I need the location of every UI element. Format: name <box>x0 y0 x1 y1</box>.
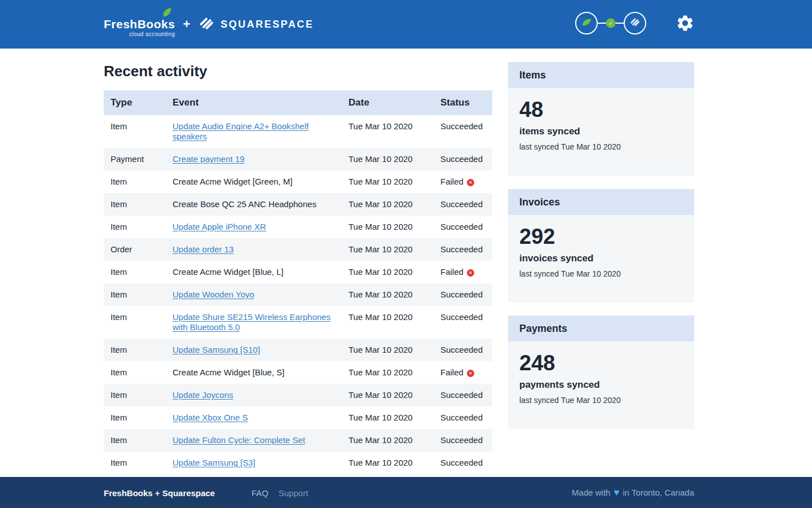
row-status-text: Succeeded <box>440 222 483 231</box>
row-date: Tue Mar 10 2020 <box>342 452 434 474</box>
table-header-row: Type Event Date Status <box>104 90 492 115</box>
row-event-link[interactable]: Update Samsung [S3] <box>166 452 342 474</box>
row-status: Succeeded <box>434 115 492 148</box>
sync-check-icon: ✓ <box>606 19 616 28</box>
row-status: Succeeded <box>434 406 492 429</box>
card-title: Invoices <box>508 189 694 215</box>
table-row: Item Create Acme Widget [Blue, L] Tue Ma… <box>104 261 492 283</box>
card-body: 48 items synced last synced Tue Mar 10 2… <box>508 88 694 176</box>
row-type: Item <box>104 283 166 306</box>
app-header: FreshBooks cloud accounting + SQUARESPAC… <box>0 0 812 49</box>
app-footer: FreshBooks + Squarespace FAQ Support Mad… <box>0 477 812 508</box>
row-date: Tue Mar 10 2020 <box>342 148 434 170</box>
activity-table-body: Item Update Audio Engine A2+ Bookshelf s… <box>104 115 492 474</box>
row-event-link[interactable]: Update Apple iPhone XR <box>166 216 342 238</box>
row-date: Tue Mar 10 2020 <box>342 238 434 261</box>
column-header-type: Type <box>104 90 166 115</box>
row-status-text: Failed <box>440 367 464 377</box>
footer-brand: FreshBooks + Squarespace <box>104 488 215 497</box>
row-date: Tue Mar 10 2020 <box>342 193 434 216</box>
invoices-summary-card: Invoices 292 invoices synced last synced… <box>508 189 694 303</box>
payments-count: 248 <box>519 352 683 374</box>
table-row: Item Create Bose QC 25 ANC Headphones Tu… <box>104 193 492 216</box>
row-status: Succeeded <box>434 283 492 306</box>
row-event-link[interactable]: Update Shure SE215 Wireless Earphones wi… <box>166 306 342 339</box>
support-link[interactable]: Support <box>279 488 308 497</box>
invoices-count-label: invoices synced <box>519 253 683 264</box>
row-event-link[interactable]: Update order 13 <box>166 238 342 261</box>
row-type: Item <box>104 429 166 452</box>
row-status-text: Succeeded <box>440 390 483 400</box>
row-date: Tue Mar 10 2020 <box>342 261 434 283</box>
row-date: Tue Mar 10 2020 <box>342 283 434 306</box>
card-title: Payments <box>508 316 694 341</box>
row-event-link[interactable]: Update Audio Engine A2+ Bookshelf speake… <box>166 115 342 148</box>
row-status: Succeeded <box>434 306 492 339</box>
row-event-link[interactable]: Update Xbox One S <box>166 406 342 429</box>
row-event-link[interactable]: Update Fulton Cycle: Complete Set <box>166 429 342 452</box>
column-header-date: Date <box>342 90 434 115</box>
row-event-link[interactable]: Update Wooden Yoyo <box>166 283 342 306</box>
row-date: Tue Mar 10 2020 <box>342 361 434 384</box>
squarespace-wordmark: SQUARESPACE <box>220 19 314 30</box>
squarespace-mark-icon <box>629 16 641 30</box>
row-status-text: Succeeded <box>440 458 483 467</box>
row-status: Failed✕ <box>434 361 492 384</box>
row-status: Succeeded <box>434 193 492 216</box>
row-status-text: Succeeded <box>440 312 483 322</box>
error-icon: ✕ <box>467 370 474 377</box>
footer-made-with: Made with ♥ in Toronto, Canada <box>572 487 694 498</box>
row-type: Payment <box>104 148 166 170</box>
squarespace-mark-icon <box>198 15 215 34</box>
sync-freshbooks-circle <box>575 12 598 34</box>
app-page: FreshBooks cloud accounting + SQUARESPAC… <box>0 0 812 508</box>
page-title: Recent activity <box>104 63 208 80</box>
row-event-link[interactable]: Update Samsung [S10] <box>166 339 342 361</box>
column-header-status: Status <box>434 90 492 115</box>
row-status-text: Succeeded <box>440 290 483 299</box>
table-row: Item Update Apple iPhone XR Tue Mar 10 2… <box>104 216 492 238</box>
row-event-text: Create Acme Widget [Blue, L] <box>166 261 342 283</box>
row-date: Tue Mar 10 2020 <box>342 406 434 429</box>
table-row: Item Update Xbox One S Tue Mar 10 2020 S… <box>104 406 492 429</box>
table-row: Item Update Joycons Tue Mar 10 2020 Succ… <box>104 384 492 406</box>
payments-count-label: payments synced <box>519 379 683 391</box>
card-body: 248 payments synced last synced Tue Mar … <box>508 341 694 429</box>
row-event-link[interactable]: Create payment 19 <box>166 148 342 170</box>
table-row: Item Update Shure SE215 Wireless Earphon… <box>104 306 492 339</box>
table-row: Item Update Samsung [S3] Tue Mar 10 2020… <box>104 452 492 474</box>
card-title: Items <box>508 62 694 88</box>
row-status-text: Succeeded <box>440 199 483 209</box>
row-type: Order <box>104 238 166 261</box>
row-date: Tue Mar 10 2020 <box>342 170 434 193</box>
row-event-link[interactable]: Update Joycons <box>166 384 342 406</box>
row-date: Tue Mar 10 2020 <box>342 339 434 361</box>
row-status: Succeeded <box>434 238 492 261</box>
row-date: Tue Mar 10 2020 <box>342 384 434 406</box>
row-status-text: Succeeded <box>440 413 483 422</box>
plus-connector: + <box>183 17 190 32</box>
column-header-event: Event <box>166 90 342 115</box>
row-event-text: Create Acme Widget [Blue, S] <box>166 361 342 384</box>
row-status: Failed✕ <box>434 170 492 193</box>
row-type: Item <box>104 361 166 384</box>
made-with-text: Made with <box>572 488 610 497</box>
sync-squarespace-circle <box>624 12 646 34</box>
row-event-text: Create Bose QC 25 ANC Headphones <box>166 193 342 216</box>
row-type: Item <box>104 452 166 474</box>
sync-connector-line: ✓ <box>598 23 624 24</box>
items-summary-card: Items 48 items synced last synced Tue Ma… <box>508 62 694 176</box>
row-type: Item <box>104 216 166 238</box>
row-type: Item <box>104 193 166 216</box>
row-type: Item <box>104 261 166 283</box>
row-status-text: Succeeded <box>440 121 483 131</box>
row-type: Item <box>104 406 166 429</box>
row-status: Succeeded <box>434 429 492 452</box>
items-count: 48 <box>519 98 683 121</box>
row-type: Item <box>104 384 166 406</box>
card-body: 292 invoices synced last synced Tue Mar … <box>508 215 694 303</box>
settings-gear-icon[interactable] <box>676 14 695 33</box>
row-date: Tue Mar 10 2020 <box>342 429 434 452</box>
faq-link[interactable]: FAQ <box>251 488 268 497</box>
row-status: Succeeded <box>434 452 492 474</box>
